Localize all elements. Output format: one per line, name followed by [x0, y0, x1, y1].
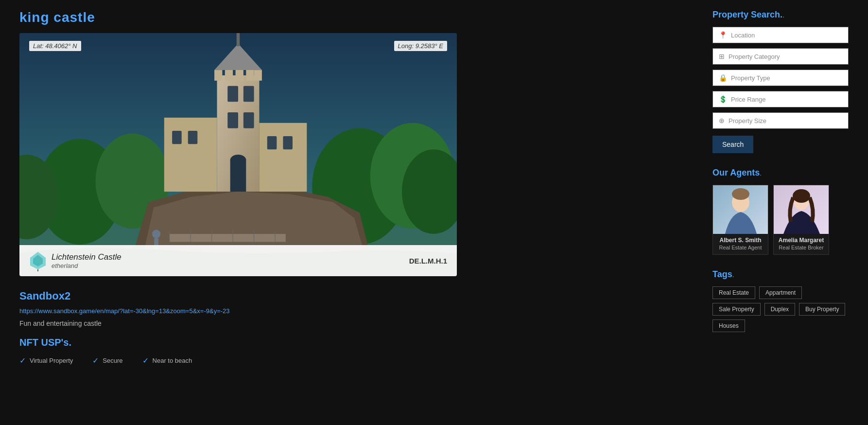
svg-rect-19 — [227, 112, 238, 128]
svg-rect-16 — [259, 123, 307, 192]
search-section: Property Search. 📍 ⊞ 🔒 💲 — [712, 10, 849, 153]
check-icon-1: ✓ — [19, 356, 26, 365]
category-icon: ⊞ — [719, 53, 725, 60]
search-form: 📍 ⊞ 🔒 💲 ⊕ Sea — [712, 27, 849, 153]
tag-5[interactable]: Buy Property — [799, 303, 845, 316]
type-icon: 🔒 — [719, 74, 727, 82]
sandbox-title: Sandbox2 — [19, 290, 693, 302]
tags-title-dot: . — [732, 271, 734, 279]
tag-3[interactable]: Sale Property — [712, 303, 761, 316]
location-icon: 📍 — [719, 31, 727, 39]
size-icon: ⊕ — [719, 117, 725, 124]
price-icon: 💲 — [719, 95, 727, 103]
nft-feature-label-3: Near to beach — [153, 357, 192, 364]
nft-feature-2: ✓ Secure — [92, 356, 122, 365]
agent-card-1: Albert S. Smith Real Estate Agent — [712, 185, 768, 255]
svg-rect-23 — [267, 136, 277, 149]
svg-rect-18 — [243, 86, 254, 102]
agent-card-2: Amelia Margaret Real Estate Broker — [773, 185, 829, 255]
tag-4[interactable]: Duplex — [764, 303, 795, 316]
castle-name-block: Lichtenstein Castle etherland — [52, 252, 122, 269]
castle-code: DE.L.M.H.1 — [409, 257, 447, 265]
page-title: king castle — [19, 10, 693, 25]
svg-point-42 — [732, 188, 749, 200]
svg-rect-8 — [214, 70, 222, 81]
type-input[interactable] — [731, 74, 842, 82]
agents-section: Our Agents. — [712, 168, 849, 255]
check-icon-3: ✓ — [142, 356, 149, 365]
sandbox-link[interactable]: https://www.sandbox.game/en/map/?lat=-30… — [19, 307, 693, 315]
agent-photo-2 — [774, 185, 829, 234]
nft-features: ✓ Virtual Property ✓ Secure ✓ Near to be… — [19, 356, 693, 365]
agent-role-2: Real Estate Broker — [774, 245, 829, 254]
castle-title: Lichtenstein Castle — [52, 252, 122, 262]
agent-name-2: Amelia Margaret — [774, 234, 829, 245]
tag-6[interactable]: Houses — [712, 319, 745, 332]
tags-title: Tags — [712, 269, 732, 279]
nft-feature-label-2: Secure — [103, 357, 122, 364]
svg-rect-17 — [227, 86, 238, 102]
search-button[interactable]: Search — [712, 136, 753, 153]
price-input[interactable] — [731, 96, 842, 103]
sandbox-description: Fun and entertaining castle — [19, 319, 693, 327]
svg-point-45 — [793, 189, 810, 203]
svg-rect-20 — [243, 112, 254, 128]
category-field-wrapper: ⊞ — [712, 48, 849, 65]
tag-1[interactable]: Real Estate — [712, 286, 755, 299]
agent-photo-1 — [713, 185, 768, 234]
nft-title: NFT USP's. — [19, 337, 693, 348]
price-field-wrapper: 💲 — [712, 91, 849, 107]
castle-name-tag: Lichtenstein Castle etherland — [29, 250, 122, 271]
type-field-wrapper: 🔒 — [712, 70, 849, 86]
check-icon-2: ✓ — [92, 356, 99, 365]
location-input[interactable] — [731, 32, 842, 39]
sandbox-section: Sandbox2 https://www.sandbox.game/en/map… — [19, 290, 693, 327]
nft-feature-1: ✓ Virtual Property — [19, 356, 73, 365]
tags-section: Tags. Real Estate Appartment Sale Proper… — [712, 269, 849, 332]
tags-grid: Real Estate Appartment Sale Property Dup… — [712, 286, 849, 332]
size-input[interactable] — [729, 117, 842, 124]
search-title: Property Search — [712, 10, 782, 19]
lat-label: Lat: 48.4062° N — [29, 41, 81, 51]
castle-overlay: Lichtenstein Castle etherland DE.L.M.H.1 — [19, 245, 457, 276]
agents-grid: Albert S. Smith Real Estate Agent — [712, 185, 849, 255]
svg-point-26 — [230, 155, 246, 165]
tag-2[interactable]: Appartment — [759, 286, 802, 299]
castle-subtitle: etherland — [52, 262, 122, 269]
search-title-dot: . — [782, 11, 784, 19]
nft-section: NFT USP's. ✓ Virtual Property ✓ Secure ✓… — [19, 337, 693, 365]
size-field-wrapper: ⊕ — [712, 112, 849, 129]
svg-rect-12 — [254, 70, 262, 81]
long-label: Long: 9.2583° E — [394, 41, 447, 51]
balloon-icon — [29, 250, 47, 271]
main-content: king castle — [19, 10, 693, 365]
sidebar: Property Search. 📍 ⊞ 🔒 💲 — [712, 10, 849, 365]
agents-title-dot: . — [760, 169, 762, 177]
castle-image: Lat: 48.4062° N Long: 9.2583° E Lichtens… — [19, 33, 457, 276]
coords-overlay: Lat: 48.4062° N Long: 9.2583° E — [19, 41, 457, 51]
agent-role-1: Real Estate Agent — [713, 245, 768, 254]
agent-name-1: Albert S. Smith — [713, 234, 768, 245]
svg-rect-27 — [170, 234, 286, 242]
svg-rect-22 — [188, 131, 198, 144]
nft-feature-label-1: Virtual Property — [30, 357, 73, 364]
agents-title: Our Agents — [712, 168, 760, 177]
svg-rect-15 — [164, 118, 217, 192]
category-input[interactable] — [729, 53, 842, 60]
nft-feature-3: ✓ Near to beach — [142, 356, 192, 365]
svg-point-34 — [152, 230, 160, 238]
location-field-wrapper: 📍 — [712, 27, 849, 43]
svg-rect-21 — [172, 131, 182, 144]
svg-rect-24 — [283, 136, 293, 149]
